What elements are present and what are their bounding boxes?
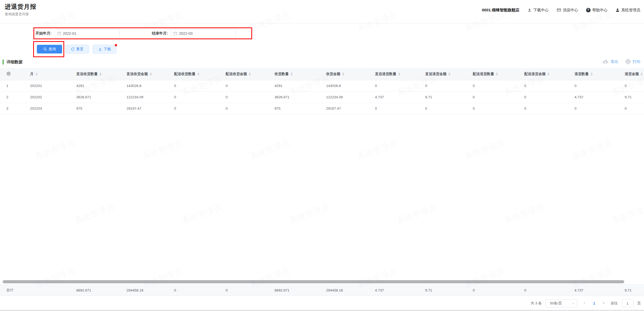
- message-icon: [557, 8, 561, 12]
- table-cell: 143026.6: [320, 80, 369, 91]
- totals-cell: 8892.871: [70, 285, 120, 296]
- reset-button[interactable]: 重置: [65, 45, 89, 54]
- column-header[interactable]: 直送退货金额: [419, 68, 466, 80]
- sort-icon[interactable]: [547, 72, 550, 76]
- watermark-text: 系统管理员: [503, 201, 546, 227]
- watermark-text: 系统管理员: [610, 201, 644, 227]
- nav-item-message-center[interactable]: 消息中心: [557, 8, 578, 13]
- table-cell: 0: [618, 103, 644, 114]
- table-cell: 0: [219, 80, 268, 91]
- totals-cell: 0: [466, 285, 518, 296]
- user-icon: [616, 8, 620, 12]
- table-row[interactable]: 22022023626.871122234.09003626.871122234…: [0, 91, 644, 103]
- table-cell: 3: [0, 103, 24, 114]
- table-cell: 29197.47: [320, 103, 369, 114]
- nav-item-help-center[interactable]: ?帮助中心: [586, 8, 608, 13]
- sort-icon[interactable]: [150, 72, 152, 76]
- column-header[interactable]: 配送收货金额: [219, 68, 268, 80]
- topbar: 进退货月报 查询进退货月报 0001.领锋智能旗舰店 下载中心消息中心?帮助中心…: [0, 0, 644, 23]
- totals-cell: 0: [219, 285, 268, 296]
- watermark-text: 系统管理员: [288, 201, 331, 227]
- column-header[interactable]: 退货数量: [568, 68, 618, 80]
- top-nav-items: 下载中心消息中心?帮助中心系统管理员: [527, 8, 641, 13]
- sort-icon[interactable]: [398, 72, 400, 76]
- table-cell: 0: [466, 91, 518, 103]
- column-header[interactable]: 收货数量: [268, 68, 320, 80]
- sort-icon[interactable]: [448, 72, 450, 76]
- column-header[interactable]: 直送收货数量: [70, 68, 120, 80]
- download-button[interactable]: 下载: [93, 45, 116, 54]
- table-row[interactable]: 12022014291143026.6004291143026.6000000: [0, 80, 644, 91]
- sort-icon[interactable]: [99, 72, 102, 76]
- start-month-label: 开始年月:: [36, 31, 52, 36]
- totals-cell: 0: [518, 285, 568, 296]
- prev-page-button[interactable]: [581, 301, 588, 305]
- nav-item-system-admin[interactable]: 系统管理员: [616, 8, 641, 13]
- goto-page-input[interactable]: [622, 299, 633, 307]
- sort-icon[interactable]: [291, 72, 293, 76]
- watermark-text: 系统管理员: [181, 201, 224, 227]
- column-header[interactable]: 月: [24, 68, 70, 80]
- download-small-icon: [98, 47, 102, 51]
- sort-icon[interactable]: [496, 72, 498, 76]
- next-page-button[interactable]: [600, 301, 607, 305]
- table-cell: 0: [219, 91, 268, 103]
- table-cell: 0: [518, 103, 568, 114]
- column-header[interactable]: 配送退货数量: [466, 68, 518, 80]
- column-header[interactable]: 收货金额: [320, 68, 369, 80]
- start-month-input[interactable]: [63, 29, 118, 37]
- end-month-input[interactable]: [179, 29, 234, 37]
- sort-icon[interactable]: [342, 72, 344, 76]
- section-header: 详细数据 导出 打印: [0, 59, 644, 66]
- printer-icon: [625, 59, 631, 65]
- current-page[interactable]: 1: [592, 301, 596, 305]
- table-cell: 3626.871: [70, 91, 120, 103]
- table-cell: 0: [518, 80, 568, 91]
- sort-icon[interactable]: [36, 72, 38, 76]
- sort-icon[interactable]: [249, 72, 251, 76]
- sort-icon[interactable]: [197, 72, 199, 76]
- report-table: 月直送收货数量直送收货金额配送收货数量配送收货金额收货数量收货金额直送退货数量直…: [0, 68, 644, 114]
- end-month-picker[interactable]: [171, 29, 236, 38]
- nav-item-download-center[interactable]: 下载中心: [527, 8, 549, 13]
- gear-icon: [6, 71, 11, 77]
- notification-dot: [115, 44, 117, 46]
- table-cell: 0: [419, 80, 466, 91]
- watermark-text: 系统管理员: [73, 201, 116, 227]
- table-cell: 9.71: [618, 91, 644, 103]
- help-icon: ?: [586, 8, 591, 12]
- cloud-download-icon: [602, 59, 609, 65]
- table-cell: 0: [618, 80, 644, 91]
- print-button[interactable]: 打印: [625, 59, 640, 65]
- start-month-picker[interactable]: [55, 29, 120, 38]
- watermark-text: 系统管理员: [34, 137, 77, 163]
- table-row[interactable]: 320220397529197.470097529197.47000000: [0, 103, 644, 114]
- totals-cell: 4.737: [369, 285, 419, 296]
- column-header[interactable]: 配送退货金额: [518, 68, 568, 80]
- column-header[interactable]: 直送收货金额: [120, 68, 168, 80]
- column-header[interactable]: 直送退货数量: [369, 68, 419, 80]
- page-size-select[interactable]: 50条/页: [546, 299, 577, 307]
- store-name[interactable]: 0001.领锋智能旗舰店: [482, 8, 520, 13]
- export-button[interactable]: 导出: [602, 59, 618, 65]
- goto-label: 前往: [611, 301, 618, 306]
- table-body: 12022014291143026.6004291143026.60000002…: [0, 80, 644, 114]
- page-unit-label: 页: [637, 301, 641, 306]
- column-settings[interactable]: [0, 68, 24, 80]
- totals-cell: 4.737: [568, 285, 618, 296]
- sort-icon[interactable]: [591, 72, 593, 76]
- sort-icon[interactable]: [641, 72, 643, 76]
- table-tools: 导出 打印: [602, 59, 640, 65]
- table-cell: 2: [0, 91, 24, 103]
- horizontal-scrollbar-thumb[interactable]: [3, 280, 624, 283]
- totals-label: 合计: [0, 285, 24, 296]
- calendar-icon: [57, 31, 61, 37]
- column-header[interactable]: 配送收货数量: [168, 68, 219, 80]
- page-subtitle: 查询进退货月报: [5, 12, 29, 17]
- chevron-right-icon: [602, 301, 605, 305]
- column-header[interactable]: 退货金额: [618, 68, 644, 80]
- table-cell: 122234.09: [320, 91, 369, 103]
- table-cell: 122234.09: [120, 91, 168, 103]
- window-bottom-edge: [0, 310, 644, 311]
- query-button[interactable]: 查询: [37, 45, 62, 54]
